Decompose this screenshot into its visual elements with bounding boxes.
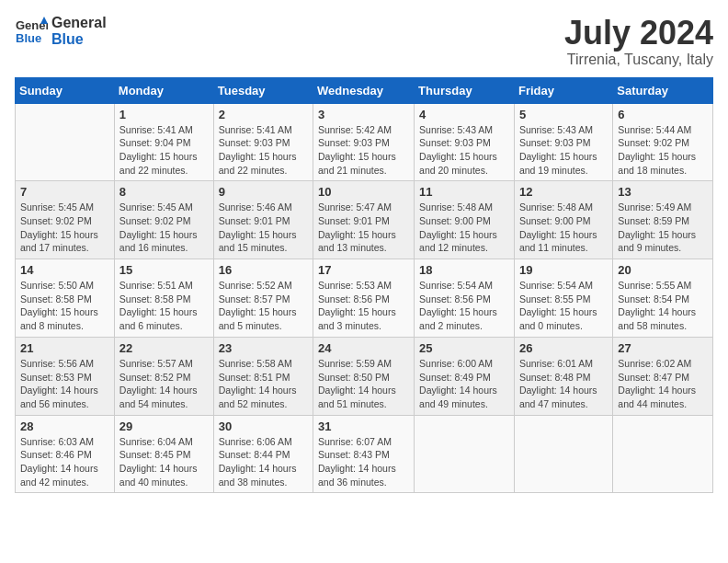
calendar-cell: 5Sunrise: 5:43 AM Sunset: 9:03 PM Daylig… xyxy=(514,103,612,181)
day-detail: Sunrise: 5:42 AM Sunset: 9:03 PM Dayligh… xyxy=(318,123,409,178)
calendar-cell: 7Sunrise: 5:45 AM Sunset: 9:02 PM Daylig… xyxy=(16,181,115,259)
calendar-cell: 3Sunrise: 5:42 AM Sunset: 9:03 PM Daylig… xyxy=(313,103,415,181)
calendar-cell: 29Sunrise: 6:04 AM Sunset: 8:45 PM Dayli… xyxy=(114,415,213,493)
day-detail: Sunrise: 5:56 AM Sunset: 8:53 PM Dayligh… xyxy=(20,357,109,411)
calendar-week-row: 21Sunrise: 5:56 AM Sunset: 8:53 PM Dayli… xyxy=(16,337,713,415)
day-number: 13 xyxy=(618,185,708,199)
calendar-cell: 2Sunrise: 5:41 AM Sunset: 9:03 PM Daylig… xyxy=(213,103,313,181)
day-detail: Sunrise: 5:43 AM Sunset: 9:03 PM Dayligh… xyxy=(419,123,509,178)
calendar-cell: 9Sunrise: 5:46 AM Sunset: 9:01 PM Daylig… xyxy=(213,181,313,259)
day-number: 3 xyxy=(318,108,409,121)
weekday-header-thursday: Thursday xyxy=(415,77,515,103)
day-number: 30 xyxy=(219,419,308,433)
calendar-cell: 24Sunrise: 5:59 AM Sunset: 8:50 PM Dayli… xyxy=(313,337,415,415)
day-detail: Sunrise: 6:07 AM Sunset: 8:43 PM Dayligh… xyxy=(318,435,409,489)
calendar-cell xyxy=(16,103,115,181)
calendar-week-row: 1Sunrise: 5:41 AM Sunset: 9:04 PM Daylig… xyxy=(16,103,713,181)
day-detail: Sunrise: 5:48 AM Sunset: 9:00 PM Dayligh… xyxy=(419,201,509,255)
day-detail: Sunrise: 5:41 AM Sunset: 9:04 PM Dayligh… xyxy=(119,123,209,178)
calendar-cell: 31Sunrise: 6:07 AM Sunset: 8:43 PM Dayli… xyxy=(313,415,415,493)
calendar-cell: 30Sunrise: 6:06 AM Sunset: 8:44 PM Dayli… xyxy=(213,415,313,493)
day-number: 6 xyxy=(618,108,708,121)
calendar-cell: 11Sunrise: 5:48 AM Sunset: 9:00 PM Dayli… xyxy=(415,181,515,259)
day-number: 24 xyxy=(318,341,409,355)
day-number: 31 xyxy=(318,419,409,433)
calendar-cell: 4Sunrise: 5:43 AM Sunset: 9:03 PM Daylig… xyxy=(415,103,515,181)
day-number: 4 xyxy=(419,108,509,121)
calendar-cell: 28Sunrise: 6:03 AM Sunset: 8:46 PM Dayli… xyxy=(16,415,115,493)
day-number: 18 xyxy=(419,263,509,277)
day-detail: Sunrise: 6:06 AM Sunset: 8:44 PM Dayligh… xyxy=(219,435,308,489)
calendar-cell xyxy=(514,415,612,493)
day-number: 27 xyxy=(618,341,708,355)
month-year-title: July 2024 xyxy=(564,15,713,52)
day-detail: Sunrise: 5:57 AM Sunset: 8:52 PM Dayligh… xyxy=(119,357,209,411)
day-detail: Sunrise: 5:54 AM Sunset: 8:56 PM Dayligh… xyxy=(419,279,509,333)
day-number: 17 xyxy=(318,263,409,277)
calendar-cell xyxy=(415,415,515,493)
day-number: 1 xyxy=(119,108,209,121)
day-number: 29 xyxy=(119,419,209,433)
calendar-table: SundayMondayTuesdayWednesdayThursdayFrid… xyxy=(15,77,713,494)
day-detail: Sunrise: 5:52 AM Sunset: 8:57 PM Dayligh… xyxy=(219,279,308,333)
day-detail: Sunrise: 5:44 AM Sunset: 9:02 PM Dayligh… xyxy=(618,123,708,178)
day-number: 2 xyxy=(219,108,308,121)
calendar-cell: 23Sunrise: 5:58 AM Sunset: 8:51 PM Dayli… xyxy=(213,337,313,415)
location-subtitle: Tirrenia, Tuscany, Italy xyxy=(564,52,713,68)
day-number: 8 xyxy=(119,185,209,199)
calendar-cell: 16Sunrise: 5:52 AM Sunset: 8:57 PM Dayli… xyxy=(213,259,313,338)
day-detail: Sunrise: 5:53 AM Sunset: 8:56 PM Dayligh… xyxy=(318,279,409,333)
day-number: 23 xyxy=(219,341,308,355)
day-detail: Sunrise: 5:51 AM Sunset: 8:58 PM Dayligh… xyxy=(119,279,209,333)
weekday-header-tuesday: Tuesday xyxy=(213,77,313,103)
day-number: 22 xyxy=(119,341,209,355)
day-detail: Sunrise: 6:04 AM Sunset: 8:45 PM Dayligh… xyxy=(119,435,209,489)
day-number: 5 xyxy=(519,108,608,121)
calendar-cell: 6Sunrise: 5:44 AM Sunset: 9:02 PM Daylig… xyxy=(613,103,713,181)
calendar-cell: 27Sunrise: 6:02 AM Sunset: 8:47 PM Dayli… xyxy=(613,337,713,415)
calendar-cell: 22Sunrise: 5:57 AM Sunset: 8:52 PM Dayli… xyxy=(114,337,213,415)
calendar-cell: 18Sunrise: 5:54 AM Sunset: 8:56 PM Dayli… xyxy=(415,259,515,338)
calendar-cell: 14Sunrise: 5:50 AM Sunset: 8:58 PM Dayli… xyxy=(16,259,115,338)
day-number: 25 xyxy=(419,341,509,355)
day-detail: Sunrise: 5:41 AM Sunset: 9:03 PM Dayligh… xyxy=(219,123,308,178)
calendar-cell: 17Sunrise: 5:53 AM Sunset: 8:56 PM Dayli… xyxy=(313,259,415,338)
day-number: 7 xyxy=(20,185,109,199)
calendar-cell: 21Sunrise: 5:56 AM Sunset: 8:53 PM Dayli… xyxy=(16,337,115,415)
title-area: July 2024 Tirrenia, Tuscany, Italy xyxy=(564,15,713,68)
day-number: 15 xyxy=(119,263,209,277)
logo-blue-text: Blue xyxy=(51,31,107,48)
calendar-cell: 13Sunrise: 5:49 AM Sunset: 8:59 PM Dayli… xyxy=(613,181,713,259)
day-detail: Sunrise: 6:02 AM Sunset: 8:47 PM Dayligh… xyxy=(618,357,708,411)
day-detail: Sunrise: 5:50 AM Sunset: 8:58 PM Dayligh… xyxy=(20,279,109,333)
calendar-cell: 15Sunrise: 5:51 AM Sunset: 8:58 PM Dayli… xyxy=(114,259,213,338)
day-detail: Sunrise: 6:00 AM Sunset: 8:49 PM Dayligh… xyxy=(419,357,509,411)
calendar-header-row: SundayMondayTuesdayWednesdayThursdayFrid… xyxy=(16,77,713,103)
day-detail: Sunrise: 5:55 AM Sunset: 8:54 PM Dayligh… xyxy=(618,279,708,333)
day-number: 9 xyxy=(219,185,308,199)
logo-general-text: General xyxy=(51,15,107,31)
calendar-cell xyxy=(613,415,713,493)
logo-icon: General Blue xyxy=(15,15,48,48)
day-detail: Sunrise: 5:45 AM Sunset: 9:02 PM Dayligh… xyxy=(20,201,109,255)
calendar-cell: 20Sunrise: 5:55 AM Sunset: 8:54 PM Dayli… xyxy=(613,259,713,338)
weekday-header-saturday: Saturday xyxy=(613,77,713,103)
day-number: 10 xyxy=(318,185,409,199)
day-detail: Sunrise: 5:46 AM Sunset: 9:01 PM Dayligh… xyxy=(219,201,308,255)
day-number: 12 xyxy=(519,185,608,199)
calendar-week-row: 28Sunrise: 6:03 AM Sunset: 8:46 PM Dayli… xyxy=(16,415,713,493)
day-detail: Sunrise: 5:58 AM Sunset: 8:51 PM Dayligh… xyxy=(219,357,308,411)
weekday-header-wednesday: Wednesday xyxy=(313,77,415,103)
day-detail: Sunrise: 5:47 AM Sunset: 9:01 PM Dayligh… xyxy=(318,201,409,255)
logo: General Blue General Blue xyxy=(15,15,107,48)
day-detail: Sunrise: 5:45 AM Sunset: 9:02 PM Dayligh… xyxy=(119,201,209,255)
calendar-week-row: 7Sunrise: 5:45 AM Sunset: 9:02 PM Daylig… xyxy=(16,181,713,259)
day-detail: Sunrise: 5:59 AM Sunset: 8:50 PM Dayligh… xyxy=(318,357,409,411)
page-header: General Blue General Blue July 2024 Tirr… xyxy=(15,15,713,68)
day-detail: Sunrise: 5:43 AM Sunset: 9:03 PM Dayligh… xyxy=(519,123,608,178)
weekday-header-sunday: Sunday xyxy=(16,77,115,103)
calendar-cell: 10Sunrise: 5:47 AM Sunset: 9:01 PM Dayli… xyxy=(313,181,415,259)
calendar-cell: 26Sunrise: 6:01 AM Sunset: 8:48 PM Dayli… xyxy=(514,337,612,415)
weekday-header-monday: Monday xyxy=(114,77,213,103)
svg-text:Blue: Blue xyxy=(16,31,41,45)
